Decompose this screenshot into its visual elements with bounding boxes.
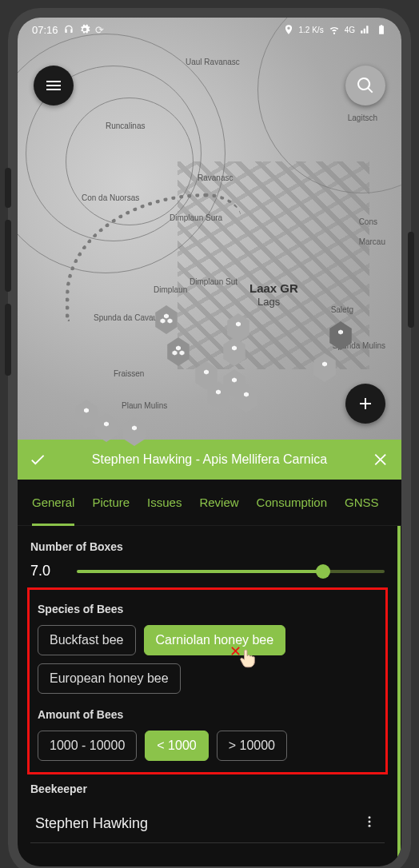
hive-marker[interactable]: [154, 305, 179, 334]
sim-icon: 4G: [345, 26, 355, 34]
search-button[interactable]: [345, 66, 385, 106]
headphone-icon: [63, 24, 74, 35]
species-option-carniolan[interactable]: Carniolan honey bee: [144, 625, 286, 655]
map-view[interactable]: Laax GR Lags Uaul Ravanasc Runcalinas Ra…: [18, 18, 401, 440]
location-icon: [283, 24, 294, 35]
amount-label: Amount of Bees: [38, 708, 377, 721]
more-vert-icon: [362, 814, 377, 829]
map-label: Spunda da Cavaus: [94, 313, 162, 322]
signal-icon: [360, 24, 371, 35]
amount-option-high[interactable]: > 10000: [217, 731, 287, 761]
slider-thumb[interactable]: [316, 564, 330, 579]
map-label: Fraissen: [114, 369, 144, 378]
tab-gnss[interactable]: GNSS: [345, 496, 379, 517]
map-label: Dimplaun Sut: [190, 277, 237, 286]
form-panel: Number of Boxes 7.0 Species of Bees Buck…: [18, 526, 401, 866]
add-button[interactable]: [345, 384, 385, 424]
tab-general[interactable]: General: [32, 496, 74, 526]
boxes-slider[interactable]: [77, 570, 385, 573]
species-label: Species of Bees: [38, 603, 377, 615]
map-label: Dimplaun Sura: [170, 213, 222, 222]
beekeeper-label: Beekeeper: [30, 782, 385, 795]
amount-option-mid[interactable]: 1000 - 10000: [38, 731, 137, 761]
map-label: Marcau: [359, 237, 385, 246]
amount-option-low[interactable]: < 1000: [145, 731, 208, 761]
detail-title: Stephen Hawking - Apis Mellifera Carnica: [46, 452, 373, 467]
map-label: Plaun Mulins: [122, 401, 167, 410]
confirm-icon[interactable]: [29, 451, 46, 468]
tabs: General Picture Issues Review Consumptio…: [18, 480, 401, 526]
processing-icon: ⟳: [95, 24, 104, 36]
wifi-icon: [329, 24, 340, 35]
status-rate: 1.2 K/s: [299, 26, 324, 34]
svg-point-1: [369, 821, 371, 823]
map-town-label: Laax GR: [249, 281, 298, 295]
detail-header: Stephen Hawking - Apis Mellifera Carnica: [18, 440, 401, 480]
species-option-buckfast[interactable]: Buckfast bee: [38, 625, 136, 655]
map-label: Dimplaun: [154, 285, 187, 294]
status-bar: 07:16 ⟳ 1.2 K/s 4G: [18, 18, 401, 42]
menu-button[interactable]: [34, 66, 74, 106]
battery-icon: [376, 24, 387, 35]
boxes-value: 7.0: [30, 563, 62, 579]
click-cross-icon: ✕: [229, 643, 241, 660]
boxes-label: Number of Boxes: [30, 540, 385, 553]
species-chips: Buckfast bee Carniolan honey bee Europea…: [38, 625, 377, 694]
menu-icon: [44, 76, 63, 95]
map-label: Lagitsch: [348, 113, 377, 122]
map-town-sublabel: Lags: [257, 296, 280, 308]
map-label: Uaul Ravanasc: [186, 58, 240, 66]
beekeeper-value: Stephen Hawking: [35, 815, 148, 832]
hive-marker[interactable]: [94, 413, 119, 442]
gear-icon: [79, 24, 90, 35]
map-label: Cons: [359, 217, 377, 226]
tab-review[interactable]: Review: [199, 496, 238, 517]
map-label: Runcalinas: [106, 121, 145, 130]
highlighted-section: Species of Bees Buckfast bee Carniolan h…: [27, 587, 388, 774]
amount-chips: 1000 - 10000 < 1000 > 10000: [38, 731, 377, 761]
map-label: Con da Nuorsas: [82, 193, 139, 202]
status-time: 07:16: [32, 24, 58, 36]
svg-point-0: [369, 816, 371, 818]
map-label: Saletg: [331, 305, 353, 314]
search-icon: [356, 76, 375, 95]
svg-point-2: [369, 825, 371, 827]
divider: [30, 842, 385, 843]
species-option-european[interactable]: European honey bee: [38, 663, 181, 694]
close-icon[interactable]: [373, 451, 390, 468]
tab-consumption[interactable]: Consumption: [257, 496, 327, 517]
tab-issues[interactable]: Issues: [147, 496, 182, 517]
plus-icon: [356, 394, 375, 413]
hive-marker[interactable]: [74, 400, 99, 428]
beekeeper-row[interactable]: Stephen Hawking: [30, 805, 385, 838]
map-label: Ravanasc: [198, 173, 233, 182]
more-button[interactable]: [354, 810, 385, 838]
tab-picture[interactable]: Picture: [92, 496, 130, 517]
